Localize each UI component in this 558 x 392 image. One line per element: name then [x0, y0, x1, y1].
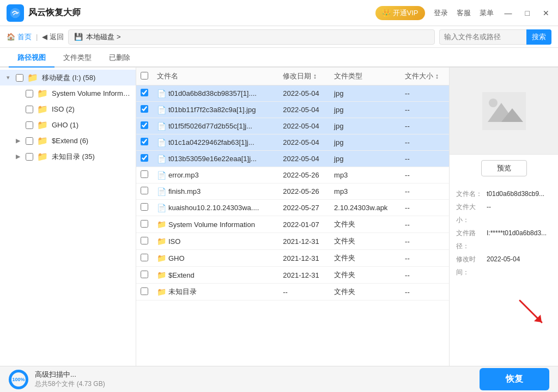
tab-path[interactable]: 路径视图 [9, 48, 54, 68]
row-checkbox-cell [136, 85, 153, 102]
table-row[interactable]: 📄t013b53059e16e22eaa[1]j...2022-05-04jpg… [136, 151, 449, 167]
row-filename: t01bb11f7f2c3a82c9a[1].jpg [168, 106, 256, 114]
table-row[interactable]: 📄t01f5f5026d77d2b55c[1]j...2022-05-04jpg… [136, 118, 449, 134]
vip-button[interactable]: 👑 开通VIP [375, 6, 425, 20]
row-checkbox-cell [136, 250, 153, 267]
path-bar[interactable]: 💾 本地磁盘 > [68, 29, 435, 45]
folder-icon: 📁 [37, 104, 48, 114]
table-row[interactable]: 📄error.mp32022-05-26mp3-- [136, 167, 449, 183]
file-count-label: 总共58个文件 (4.73 GB) [35, 379, 105, 389]
table-row[interactable]: 📄t01c1a04229462fab63[1]j...2022-05-04jpg… [136, 134, 449, 151]
login-button[interactable]: 登录 [434, 8, 448, 18]
sidebar: ▾📁移动硬盘 (I:) (58)📁System Volume Informati… [0, 68, 136, 366]
progress-value: 100% [11, 372, 26, 387]
folder-icon: 📁 [157, 271, 166, 279]
row-type-cell: jpg [330, 151, 401, 167]
row-filename: System Volume Information [168, 220, 255, 229]
row-name-cell: 📁未知目录 [153, 284, 278, 301]
preview-info: 文件名： t01d0a6b8d38cb9... 文件大小： -- 文件路径： I… [450, 182, 558, 284]
file-checkbox-13[interactable] [141, 287, 148, 295]
column-header-size[interactable]: 文件大小 ↕ [401, 68, 449, 85]
file-checkbox-9[interactable] [141, 220, 148, 228]
file-icon: 📄 [157, 171, 166, 180]
preview-path-row: 文件路径： I:*****t01d0a6b8d3... [456, 226, 551, 253]
file-checkbox-1[interactable] [141, 89, 148, 96]
row-checkbox-cell [136, 167, 153, 183]
file-checkbox-4[interactable] [141, 138, 148, 145]
search-input[interactable] [439, 29, 526, 45]
table-row[interactable]: 📁$Extend2021-12-31文件夹-- [136, 267, 449, 284]
row-checkbox-cell [136, 200, 153, 216]
tab-type[interactable]: 文件类型 [54, 48, 100, 68]
sidebar-item-sysvolinfo[interactable]: 📁System Volume Information / [0, 85, 136, 101]
table-row[interactable]: 📁ISO2021-12-31文件夹-- [136, 233, 449, 250]
sidebar-checkbox-gho[interactable] [26, 121, 33, 129]
sidebar-item-unknown[interactable]: ▶📁未知目录 (35) [0, 149, 136, 164]
file-checkbox-7[interactable] [141, 187, 148, 194]
sidebar-item-gho[interactable]: 📁GHO (1) [0, 117, 136, 133]
back-button[interactable]: ◀ 返回 [42, 32, 64, 42]
sidebar-checkbox-unknown[interactable] [26, 153, 33, 161]
main-area: ▾📁移动硬盘 (I:) (58)📁System Volume Informati… [0, 68, 558, 366]
folder-icon: 📁 [157, 237, 166, 246]
table-row[interactable]: 📄t01d0a6b8d38cb98357[1]....2022-05-04jpg… [136, 85, 449, 102]
drive-icon: 💾 [74, 33, 83, 41]
row-type-cell: 文件夹 [330, 284, 401, 301]
file-table-header: 文件名修改日期 ↕文件类型文件大小 ↕ [136, 68, 449, 85]
tab-deleted[interactable]: 已删除 [100, 48, 139, 68]
file-list: 文件名修改日期 ↕文件类型文件大小 ↕ 📄t01d0a6b8d38cb98357… [136, 68, 449, 366]
file-checkbox-2[interactable] [141, 105, 148, 113]
file-checkbox-6[interactable] [141, 170, 148, 178]
status-text-group: 高级扫描中... 总共58个文件 (4.73 GB) [35, 370, 105, 389]
row-date-cell: 2022-05-04 [278, 151, 330, 167]
folder-icon: 📁 [157, 220, 166, 229]
table-row[interactable]: 📄finish.mp32022-05-26mp3-- [136, 183, 449, 200]
row-filename: t01f5f5026d77d2b55c[1]j... [168, 122, 252, 130]
row-filename: GHO [168, 254, 185, 262]
home-button[interactable]: 🏠 首页 [7, 32, 32, 42]
recover-button[interactable]: 恢复 [480, 368, 549, 390]
drive-folder-icon: 📁 [27, 72, 38, 83]
row-size-cell: -- [401, 200, 449, 216]
maximize-button[interactable]: □ [523, 9, 532, 17]
sidebar-toggle-icon: ▾ [4, 74, 12, 81]
file-checkbox-12[interactable] [141, 271, 148, 278]
row-name-cell: 📁System Volume Information [153, 216, 278, 233]
home-icon: 🏠 [7, 33, 15, 41]
sidebar-item-drive[interactable]: ▾📁移动硬盘 (I:) (58) [0, 70, 136, 85]
row-type-cell: 文件夹 [330, 267, 401, 284]
row-size-cell: -- [401, 102, 449, 118]
sidebar-checkbox-extend[interactable] [26, 137, 33, 145]
file-checkbox-11[interactable] [141, 254, 148, 261]
file-table: 文件名修改日期 ↕文件类型文件大小 ↕ 📄t01d0a6b8d38cb98357… [136, 68, 449, 301]
close-button[interactable]: ✕ [541, 9, 551, 17]
table-row[interactable]: 📁System Volume Information2022-01-07文件夹-… [136, 216, 449, 233]
sidebar-checkbox-iso[interactable] [26, 106, 33, 113]
column-header-name: 文件名 [153, 68, 278, 85]
search-button[interactable]: 搜索 [526, 29, 551, 45]
file-checkbox-5[interactable] [141, 154, 148, 162]
table-row[interactable]: 📄kuaishou10.2.10.24303wa....2022-05-272.… [136, 200, 449, 216]
preview-button[interactable]: 预览 [481, 160, 527, 176]
row-size-cell: -- [401, 267, 449, 284]
column-header-date[interactable]: 修改日期 ↕ [278, 68, 330, 85]
sidebar-checkbox-sysvolinfo[interactable] [26, 90, 33, 97]
file-icon: 📄 [157, 89, 166, 98]
minimize-button[interactable]: — [502, 9, 514, 17]
select-all-checkbox[interactable] [141, 72, 148, 79]
file-checkbox-3[interactable] [141, 121, 148, 129]
sidebar-item-iso[interactable]: 📁ISO (2) [0, 101, 136, 117]
table-row[interactable]: 📁未知目录--文件夹-- [136, 284, 449, 301]
row-filename: 未知目录 [168, 287, 197, 297]
table-row[interactable]: 📁GHO2021-12-31文件夹-- [136, 250, 449, 267]
service-button[interactable]: 客服 [457, 8, 471, 18]
file-checkbox-10[interactable] [141, 237, 148, 244]
sidebar-item-extend[interactable]: ▶📁$Extend (6) [0, 133, 136, 149]
app-logo [7, 4, 24, 22]
sidebar-checkbox-drive[interactable] [16, 74, 23, 82]
row-name-cell: 📄finish.mp3 [153, 183, 278, 200]
file-checkbox-8[interactable] [141, 203, 148, 211]
menu-button[interactable]: 菜单 [480, 8, 494, 18]
row-name-cell: 📄t013b53059e16e22eaa[1]j... [153, 151, 278, 167]
table-row[interactable]: 📄t01bb11f7f2c3a82c9a[1].jpg2022-05-04jpg… [136, 102, 449, 118]
